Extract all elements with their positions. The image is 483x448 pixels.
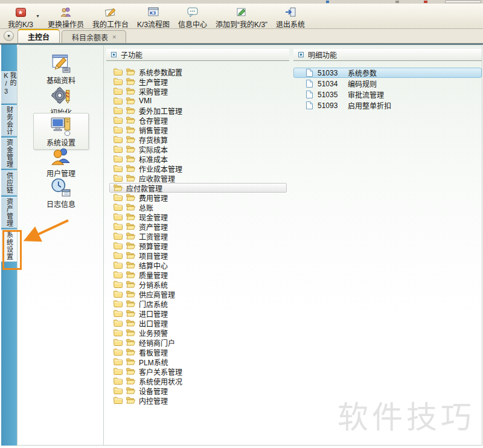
folder-icon xyxy=(114,281,123,288)
toolbar-switch-operator-button[interactable]: 更换操作员 xyxy=(43,5,88,30)
toolbar-my-k3-button[interactable]: ★ 我的K/3 ▼ xyxy=(4,5,37,30)
subfunction-row[interactable]: 客户关系管理 xyxy=(109,366,289,376)
subfunction-label: 经销商门户 xyxy=(139,338,175,348)
toolbar-label: 信息中心 xyxy=(178,19,207,29)
close-icon[interactable]: × xyxy=(112,33,116,40)
user-management-icon xyxy=(50,146,72,167)
tab-dropdown-button[interactable]: ▼ xyxy=(4,31,14,41)
subfunction-row[interactable]: 仓存管理 xyxy=(109,115,289,125)
folder-icon xyxy=(114,155,123,162)
subfunction-label: 系统参数配置 xyxy=(139,67,182,77)
subfunction-label: 生产管理 xyxy=(139,77,168,87)
details-panel: 明细功能 51033 系统参数 xyxy=(293,49,482,111)
panel-title: 子功能 xyxy=(121,50,142,60)
subfunction-label: 看板管理 xyxy=(139,347,168,357)
tab-main-console[interactable]: 主控台 xyxy=(18,29,60,43)
subfunctions-header: 子功能 xyxy=(106,49,289,61)
subfunction-row[interactable]: 销售管理 xyxy=(109,125,289,135)
subfunction-row[interactable]: 工资管理 xyxy=(109,231,289,241)
subfunction-row[interactable]: 委外加工管理 xyxy=(109,106,289,115)
subfunction-row[interactable]: 现金管理 xyxy=(109,212,289,222)
subfunction-row[interactable]: 看板管理 xyxy=(109,347,289,357)
sidebar-item-cash-management[interactable]: 资金管理 xyxy=(1,138,17,169)
subfunction-label: 作业成本管理 xyxy=(139,164,182,174)
subfunction-row[interactable]: 业务预警 xyxy=(109,328,289,338)
subfunction-row[interactable]: 结算中心 xyxy=(109,260,289,270)
subfunction-row[interactable]: 费用管理 xyxy=(109,193,289,202)
subfunction-row[interactable]: 存货核算 xyxy=(109,135,289,144)
detail-row[interactable]: 51093 启用整单折扣 xyxy=(293,100,482,110)
subfunction-row[interactable]: 门店系统 xyxy=(109,299,289,309)
folder-icon xyxy=(114,252,123,259)
folder-icon xyxy=(114,358,123,365)
subfunction-row[interactable]: 经销商门户 xyxy=(109,338,289,347)
subfunction-row[interactable]: 应付款管理 xyxy=(109,183,287,193)
toolbar-label: 我的工作台 xyxy=(92,19,129,29)
subfunction-row[interactable]: 出口管理 xyxy=(109,318,289,328)
subfunction-row[interactable]: 系统参数配置 xyxy=(109,67,289,77)
detail-row[interactable]: 51035 审批流管理 xyxy=(293,89,482,100)
subfunction-row[interactable]: 设备管理 xyxy=(109,386,289,395)
subfunction-row[interactable]: VMI xyxy=(109,96,289,106)
sidebar-item-my-k3[interactable]: 我的K/3 xyxy=(1,71,17,104)
toolbar-k3-flowchart-button[interactable]: K3 K/3流程图 xyxy=(133,5,174,30)
chevron-down-icon[interactable]: ▼ xyxy=(36,14,40,18)
subfunction-row[interactable]: 项目管理 xyxy=(109,251,289,260)
tab-bar: ▼ 主控台 科目余额表 × xyxy=(0,29,483,43)
subfunction-row[interactable]: 系统使用状况 xyxy=(109,376,289,386)
tab-label: 科目余额表 xyxy=(72,32,108,42)
folder-icon xyxy=(114,377,123,385)
toolbar-info-center-button[interactable]: 信息中心 xyxy=(174,5,211,30)
open-folder-icon xyxy=(126,271,135,278)
subfunction-row[interactable]: 分销系统 xyxy=(109,280,289,289)
open-folder-icon xyxy=(126,136,135,143)
folder-icon xyxy=(114,319,123,327)
sidebar-item-supply-chain[interactable]: 供应链 xyxy=(1,170,17,196)
subfunction-row[interactable]: 采购管理 xyxy=(109,86,289,96)
module-item-base-data[interactable]: 基础资料 xyxy=(33,51,89,87)
detail-row[interactable]: 51034 编码规则 xyxy=(293,78,482,89)
subfunction-row[interactable]: 实际成本 xyxy=(109,144,289,154)
subfunction-row[interactable]: 作业成本管理 xyxy=(109,164,289,173)
subfunction-row[interactable]: 总账 xyxy=(109,202,289,212)
subfunction-label: 采购管理 xyxy=(139,86,168,97)
toolbar-exit-system-button[interactable]: 退出系统 xyxy=(272,5,309,30)
subfunction-label: 业务预警 xyxy=(139,328,168,338)
open-folder-icon xyxy=(126,232,135,240)
folder-icon xyxy=(114,271,123,278)
toolbar-add-to-my-k3-button[interactable]: 添加到“我的K/3” xyxy=(211,5,272,30)
detail-row[interactable]: 51033 系统参数 xyxy=(293,68,482,78)
folder-icon xyxy=(114,213,123,220)
sidebar-item-system-settings[interactable]: 系统设置 xyxy=(1,229,17,262)
add-to-my-k3-icon xyxy=(235,6,248,18)
subfunction-row[interactable]: 进口管理 xyxy=(109,309,289,318)
subfunction-row[interactable]: 质量管理 xyxy=(109,270,289,280)
detail-label: 审批流管理 xyxy=(348,89,384,100)
collapse-toggle-icon[interactable] xyxy=(111,52,117,57)
subfunction-row[interactable]: 应收款管理 xyxy=(109,173,289,183)
subfunction-label: 实际成本 xyxy=(139,144,168,155)
subfunction-label: 预算管理 xyxy=(139,241,168,251)
toolbar-my-workbench-button[interactable]: 我的工作台 xyxy=(88,5,133,30)
titlebar-fragment xyxy=(424,1,427,3)
folder-icon xyxy=(114,107,123,114)
folder-icon xyxy=(114,194,123,201)
collapse-toggle-icon[interactable] xyxy=(298,52,304,57)
detail-code: 51034 xyxy=(318,80,343,88)
subfunction-row[interactable]: 资产管理 xyxy=(109,222,289,231)
subfunction-row[interactable]: 预算管理 xyxy=(109,241,289,251)
module-item-log-info[interactable]: 日志信息 xyxy=(33,175,89,211)
exit-system-icon xyxy=(284,6,296,18)
subfunction-label: 设备管理 xyxy=(139,386,168,396)
sidebar-item-financial-accounting[interactable]: 财务会计 xyxy=(1,105,17,136)
subfunction-row[interactable]: 内控管理 xyxy=(109,395,289,405)
sidebar-item-asset-management[interactable]: 资产管理 xyxy=(1,197,17,228)
subfunction-row[interactable]: 标准成本 xyxy=(109,154,289,164)
tab-account-balance[interactable]: 科目余额表 × xyxy=(62,30,126,43)
subfunction-row[interactable]: PLM系统 xyxy=(109,357,289,366)
open-folder-icon xyxy=(126,107,135,114)
folder-icon xyxy=(114,348,123,356)
subfunction-row[interactable]: 供应商管理 xyxy=(109,289,289,299)
subfunctions-list: 系统参数配置 xyxy=(106,67,289,405)
subfunction-row[interactable]: 生产管理 xyxy=(109,77,289,86)
